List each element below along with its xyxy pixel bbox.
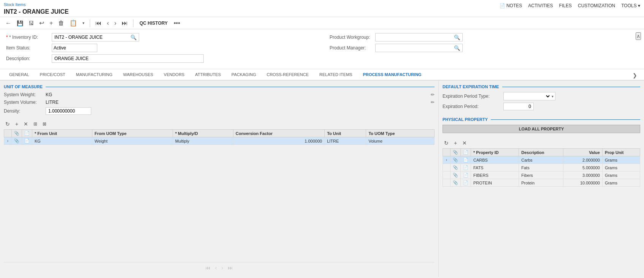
exp-period-input[interactable] — [503, 103, 534, 110]
system-volume-edit-icon[interactable]: ✏ — [431, 100, 435, 105]
density-input[interactable] — [46, 107, 91, 115]
table-row[interactable]: › 📎 📄 CARBS Carbs 2.000000 Grams — [443, 156, 640, 164]
value-cell: 5.000000 — [563, 164, 602, 172]
uom-prev-page[interactable]: ‹ — [214, 264, 219, 272]
property-id-cell: CARBS — [471, 156, 519, 164]
table-row[interactable]: 📎 📄 PROTEIN Protein 10.000000 Grams — [443, 179, 640, 187]
col-to-unit: To Unit — [325, 130, 366, 137]
last-record-button[interactable]: ⏭ — [120, 19, 129, 27]
prop-delete-button[interactable]: ✕ — [461, 139, 468, 147]
note-icon-cell[interactable]: 📎 — [12, 137, 22, 145]
tabs-bar: GENERAL PRICE/COST MANUFACTURING WAREHOU… — [0, 69, 644, 81]
product-manager-input[interactable] — [376, 44, 452, 52]
uom-last-page[interactable]: ⏭ — [226, 264, 235, 272]
system-weight-label: System Weight: — [4, 92, 46, 97]
value-cell: 10.000000 — [563, 179, 602, 187]
notes-action[interactable]: 📄 NOTES — [500, 3, 522, 8]
uom-export-button[interactable]: ⊠ — [41, 121, 48, 127]
copy-button[interactable]: 📋 — [68, 19, 79, 27]
prop-note-cell[interactable]: 📎 — [450, 172, 461, 179]
prop-refresh-button[interactable]: ↻ — [443, 139, 450, 147]
prop-note-cell[interactable]: 📎 — [450, 164, 461, 172]
prop-expand-cell[interactable] — [443, 172, 450, 179]
description-input[interactable] — [52, 54, 204, 63]
prop-doc-cell[interactable]: 📄 — [461, 156, 471, 164]
exp-type-select[interactable] — [505, 93, 551, 99]
tab-general[interactable]: GENERAL — [4, 69, 35, 81]
prop-col-description: Description — [519, 149, 563, 156]
to-uom-type-cell: Volume — [366, 137, 435, 145]
activities-action[interactable]: ACTIVITIES — [528, 3, 553, 8]
system-weight-edit-icon[interactable]: ✏ — [431, 92, 435, 97]
tools-action[interactable]: TOOLS ▾ — [621, 3, 640, 8]
col-expand — [4, 130, 12, 137]
item-status-select[interactable]: Active Inactive — [52, 44, 97, 52]
product-manager-field[interactable]: 🔍 — [375, 44, 463, 52]
property-id-cell: FATS — [471, 164, 519, 172]
uom-pagination: ⏮ ‹ › ⏭ — [4, 262, 435, 273]
collapse-button[interactable]: ∧ — [636, 32, 641, 40]
prop-unit-cell: Grams — [602, 156, 640, 164]
more-button[interactable]: ••• — [172, 19, 182, 27]
tab-related-items[interactable]: RELATED ITEMS — [314, 69, 358, 81]
prop-note-cell[interactable]: 📎 — [450, 156, 461, 164]
left-panel: UNIT OF MEASURE System Weight: KG ✏ Syst… — [0, 81, 439, 277]
uom-add-button[interactable]: + — [14, 120, 20, 128]
prop-doc-cell[interactable]: 📄 — [461, 172, 471, 179]
save-button[interactable]: 🖫 — [27, 19, 35, 27]
tab-more-button[interactable]: ❯ — [630, 71, 640, 80]
tab-packaging[interactable]: PACKAGING — [226, 69, 262, 81]
prop-expand-cell[interactable] — [443, 164, 450, 172]
prev-record-button[interactable]: ‹ — [105, 19, 110, 27]
tab-warehouses[interactable]: WAREHOUSES — [118, 69, 159, 81]
product-workgroup-field[interactable]: 🔍 — [375, 33, 463, 41]
inventory-id-field[interactable]: 🔍 — [52, 33, 139, 41]
prop-doc-cell[interactable]: 📄 — [461, 179, 471, 187]
tab-attributes[interactable]: ATTRIBUTES — [190, 69, 226, 81]
tab-manufacturing[interactable]: MANUFACTURING — [71, 69, 118, 81]
prop-note-cell[interactable]: 📎 — [450, 179, 461, 187]
tab-vendors[interactable]: VENDORS — [159, 69, 190, 81]
uom-next-page[interactable]: › — [220, 264, 225, 272]
prop-expand-cell[interactable]: › — [443, 156, 450, 164]
load-all-property-button[interactable]: LOAD ALL PROPERTY — [443, 125, 640, 133]
uom-first-page[interactable]: ⏮ — [204, 264, 212, 272]
save-draft-button[interactable]: 💾 — [15, 19, 25, 27]
prop-col-prop-unit: Prop Unit — [602, 149, 640, 156]
expand-cell[interactable]: › — [4, 137, 12, 145]
doc-icon-cell[interactable]: 📄 — [22, 137, 32, 145]
property-id-cell: FIBERS — [471, 172, 519, 179]
table-row[interactable]: › 📎 📄 KG Weight Multiply 1.000000 LITRE … — [4, 137, 435, 145]
density-label: Density: — [4, 108, 46, 114]
tab-cross-reference[interactable]: CROSS-REFERENCE — [261, 69, 314, 81]
uom-refresh-button[interactable]: ↻ — [4, 120, 11, 128]
exp-type-select-wrap[interactable]: ▾ — [503, 92, 555, 100]
from-unit-cell: KG — [32, 137, 92, 145]
top-actions-bar: 📄 NOTES ACTIVITIES FILES CUSTOMIZATION T… — [500, 3, 640, 8]
qc-history-button[interactable]: QC HISTORY — [137, 20, 170, 27]
prop-doc-cell[interactable]: 📄 — [461, 164, 471, 172]
uom-fit-cols-button[interactable]: ⊞ — [32, 121, 39, 127]
add-button[interactable]: + — [48, 19, 54, 27]
delete-button[interactable]: 🗑 — [57, 19, 66, 27]
product-workgroup-input[interactable] — [376, 33, 452, 41]
inventory-id-search-icon[interactable]: 🔍 — [128, 34, 139, 41]
files-action[interactable]: FILES — [559, 3, 572, 8]
product-manager-search-icon[interactable]: 🔍 — [452, 44, 462, 52]
prop-expand-cell[interactable] — [443, 179, 450, 187]
table-row[interactable]: 📎 📄 FATS Fats 5.000000 Grams — [443, 164, 640, 172]
customization-action[interactable]: CUSTOMIZATION — [578, 3, 615, 8]
back-button[interactable]: ← — [4, 19, 13, 27]
uom-delete-button[interactable]: ✕ — [22, 120, 30, 128]
inventory-id-input[interactable] — [52, 33, 128, 41]
tab-process-manufacturing[interactable]: PROCESS MANUFACTURING — [358, 69, 427, 81]
copy-arrow-button[interactable]: ▾ — [81, 20, 86, 26]
tab-price-cost[interactable]: PRICE/COST — [35, 69, 71, 81]
prop-add-button[interactable]: + — [452, 139, 458, 147]
next-record-button[interactable]: › — [113, 19, 118, 27]
undo-button[interactable]: ↩ — [38, 19, 46, 27]
product-workgroup-search-icon[interactable]: 🔍 — [452, 34, 462, 41]
table-row[interactable]: 📎 📄 FIBERS Fibers 3.000000 Grams — [443, 172, 640, 179]
first-record-button[interactable]: ⏮ — [94, 19, 103, 27]
physical-property-section: PHYSICAL PROPERTY LOAD ALL PROPERTY ↻ + … — [443, 117, 640, 273]
